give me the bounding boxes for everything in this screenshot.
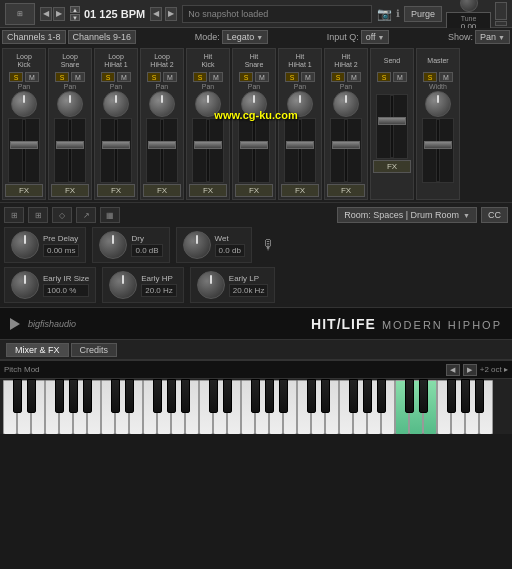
channels-tab-1[interactable]: Channels 1-8 <box>2 30 66 44</box>
snapshot-prev[interactable]: ◀ <box>150 7 162 21</box>
nav-next[interactable]: ▶ <box>53 7 65 21</box>
strip-7-m[interactable]: M <box>301 72 315 82</box>
send-fader-handle[interactable] <box>378 117 406 125</box>
strip-8-fx[interactable]: FX <box>327 184 365 197</box>
black-key-5[interactable] <box>111 379 120 413</box>
black-key-20[interactable] <box>405 379 414 413</box>
strip-4-fx[interactable]: FX <box>143 184 181 197</box>
strip-5-fx[interactable]: FX <box>189 184 227 197</box>
strip-6-m[interactable]: M <box>255 72 269 82</box>
fader-handle-7[interactable] <box>286 141 314 149</box>
master-fader[interactable] <box>422 118 454 183</box>
strip-2-fader[interactable] <box>54 118 86 183</box>
room-select[interactable]: Room: Spaces | Drum Room ▼ <box>337 207 477 223</box>
black-key-19[interactable] <box>377 379 386 413</box>
master-m[interactable]: M <box>439 72 453 82</box>
black-key-6[interactable] <box>125 379 134 413</box>
strip-2-fx[interactable]: FX <box>51 184 89 197</box>
send-s[interactable]: S <box>377 72 391 82</box>
black-key-21[interactable] <box>419 379 428 413</box>
cc-button[interactable]: CC <box>481 207 508 223</box>
strip-7-s[interactable]: S <box>285 72 299 82</box>
bpm-up[interactable]: ▲ <box>70 6 80 13</box>
piano-ctrl-2[interactable]: ▶ <box>463 364 477 376</box>
pre-delay-knob[interactable] <box>11 231 39 259</box>
tab-credits[interactable]: Credits <box>71 343 118 357</box>
strip-3-fader[interactable] <box>100 118 132 183</box>
master-width-knob[interactable] <box>425 91 451 117</box>
strip-8-m[interactable]: M <box>347 72 361 82</box>
input-q-select[interactable]: off ▼ <box>361 30 390 44</box>
strip-6-fader[interactable] <box>238 118 270 183</box>
ir-size-knob[interactable] <box>11 271 39 299</box>
strip-5-s[interactable]: S <box>193 72 207 82</box>
strip-8-s[interactable]: S <box>331 72 345 82</box>
black-key-22[interactable] <box>447 379 456 413</box>
black-key-3[interactable] <box>69 379 78 413</box>
strip-5-pan-knob[interactable] <box>195 91 221 117</box>
strip-2-m[interactable]: M <box>71 72 85 82</box>
strip-8-fader[interactable] <box>330 118 362 183</box>
fader-handle-5[interactable] <box>194 141 222 149</box>
channels-tab-2[interactable]: Channels 9-16 <box>68 30 137 44</box>
send-fader[interactable] <box>376 94 408 159</box>
black-key-18[interactable] <box>363 379 372 413</box>
strip-5-m[interactable]: M <box>209 72 223 82</box>
strip-1-s[interactable]: S <box>9 72 23 82</box>
black-key-8[interactable] <box>167 379 176 413</box>
piano-ctrl-1[interactable]: ◀ <box>446 364 460 376</box>
strip-4-fader[interactable] <box>146 118 178 183</box>
strip-6-pan-knob[interactable] <box>241 91 267 117</box>
black-key-2[interactable] <box>55 379 64 413</box>
strip-4-m[interactable]: M <box>163 72 177 82</box>
fader-handle-2[interactable] <box>56 141 84 149</box>
purge-button[interactable]: Purge <box>404 6 442 22</box>
black-key-10[interactable] <box>209 379 218 413</box>
black-key-4[interactable] <box>83 379 92 413</box>
send-m[interactable]: M <box>393 72 407 82</box>
show-select[interactable]: Pan ▼ <box>475 30 510 44</box>
black-key-23[interactable] <box>461 379 470 413</box>
black-key-14[interactable] <box>279 379 288 413</box>
black-key-9[interactable] <box>181 379 190 413</box>
black-key-13[interactable] <box>265 379 274 413</box>
master-s[interactable]: S <box>423 72 437 82</box>
strip-1-fx[interactable]: FX <box>5 184 43 197</box>
play-icon[interactable] <box>10 318 22 330</box>
fader-handle-1[interactable] <box>10 141 38 149</box>
tab-mixer-fx[interactable]: Mixer & FX <box>6 343 69 357</box>
master-fader-handle[interactable] <box>424 141 452 149</box>
strip-7-pan-knob[interactable] <box>287 91 313 117</box>
strip-7-fader[interactable] <box>284 118 316 183</box>
strip-3-fx[interactable]: FX <box>97 184 135 197</box>
nav-prev[interactable]: ◀ <box>40 7 52 21</box>
black-key-0[interactable] <box>13 379 22 413</box>
strip-4-pan-knob[interactable] <box>149 91 175 117</box>
strip-5-fader[interactable] <box>192 118 224 183</box>
black-key-17[interactable] <box>349 379 358 413</box>
strip-1-fader[interactable] <box>8 118 40 183</box>
early-hp-knob[interactable] <box>109 271 137 299</box>
black-key-24[interactable] <box>475 379 484 413</box>
strip-3-pan-knob[interactable] <box>103 91 129 117</box>
strip-6-s[interactable]: S <box>239 72 253 82</box>
black-key-7[interactable] <box>153 379 162 413</box>
black-key-12[interactable] <box>251 379 260 413</box>
strip-2-pan-knob[interactable] <box>57 91 83 117</box>
dry-knob[interactable] <box>99 231 127 259</box>
black-key-15[interactable] <box>307 379 316 413</box>
strip-7-fx[interactable]: FX <box>281 184 319 197</box>
fader-handle-4[interactable] <box>148 141 176 149</box>
fader-handle-3[interactable] <box>102 141 130 149</box>
early-lp-knob[interactable] <box>197 271 225 299</box>
strip-6-fx[interactable]: FX <box>235 184 273 197</box>
mode-select[interactable]: Legato ▼ <box>222 30 268 44</box>
strip-4-s[interactable]: S <box>147 72 161 82</box>
black-key-16[interactable] <box>321 379 330 413</box>
strip-1-m[interactable]: M <box>25 72 39 82</box>
wet-knob[interactable] <box>183 231 211 259</box>
send-fx[interactable]: FX <box>373 160 411 173</box>
strip-8-pan-knob[interactable] <box>333 91 359 117</box>
black-key-11[interactable] <box>223 379 232 413</box>
strip-2-s[interactable]: S <box>55 72 69 82</box>
